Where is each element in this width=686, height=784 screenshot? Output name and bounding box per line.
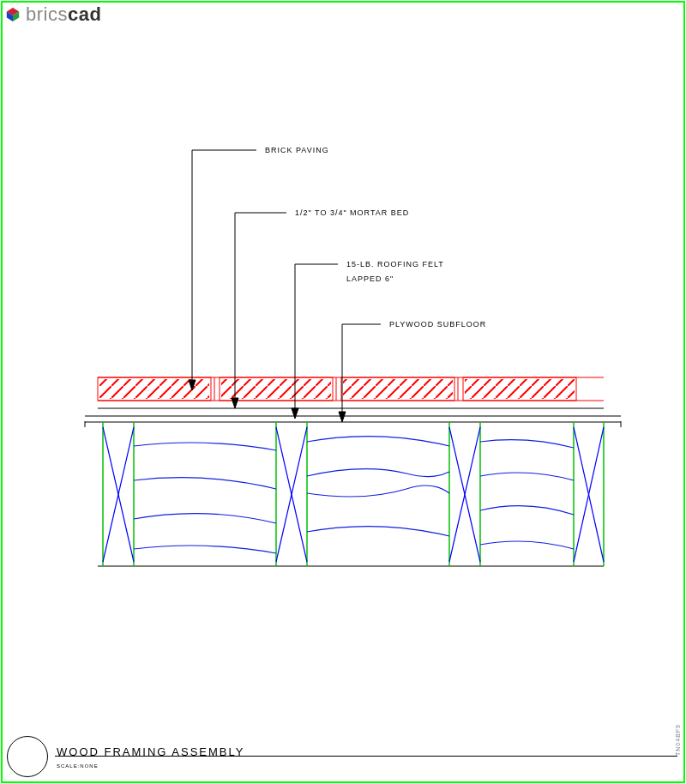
svg-marker-46 xyxy=(292,408,298,419)
wood-joists xyxy=(98,422,604,566)
label-roofing-felt-2: LAPPED 6" xyxy=(346,274,394,283)
detail-marker-circle xyxy=(7,736,48,777)
svg-marker-43 xyxy=(232,398,238,408)
label-plywood: PLYWOOD SUBFLOOR xyxy=(389,320,486,329)
cad-drawing xyxy=(3,26,683,729)
brick-paving-layer xyxy=(98,377,604,401)
svg-marker-49 xyxy=(339,412,346,422)
brand-prefix: brics xyxy=(26,3,68,25)
svg-rect-16 xyxy=(465,379,575,399)
brand-suffix: cad xyxy=(68,3,101,25)
bricscad-logo-icon xyxy=(5,7,21,22)
drawing-title: WOOD FRAMING ASSEMBLY xyxy=(57,745,244,758)
svg-rect-14 xyxy=(221,379,331,399)
label-mortar-bed: 1/2" TO 3/4" MORTAR BED xyxy=(295,208,409,217)
label-roofing-felt-1: 15-LB. ROOFING FELT xyxy=(346,260,444,268)
subfloor-lines xyxy=(85,416,621,427)
title-block: WOOD FRAMING ASSEMBLY SCALE:NONE xyxy=(3,734,683,779)
brand-text: bricscad xyxy=(26,3,101,26)
drawing-reference: TN04BF9 xyxy=(675,724,681,756)
drawing-scale: SCALE:NONE xyxy=(57,763,244,769)
svg-rect-15 xyxy=(343,379,453,399)
label-brick-paving: BRICK PAVING xyxy=(265,146,329,154)
app-header: bricscad xyxy=(5,3,101,26)
drawing-canvas: BRICK PAVING 1/2" TO 3/4" MORTAR BED 15-… xyxy=(3,26,683,733)
